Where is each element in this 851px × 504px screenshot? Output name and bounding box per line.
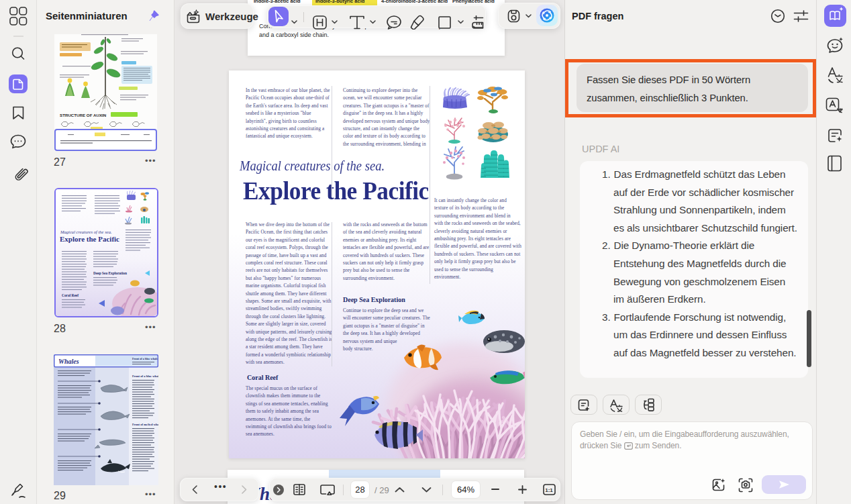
svg-text:Coral Reef: Coral Reef <box>62 293 79 297</box>
svg-text:Front of melted whales: Front of melted whales <box>132 423 158 426</box>
svg-text:Deep Sea Exploration: Deep Sea Exploration <box>93 271 127 275</box>
svg-text:Magical creatures of the sea.: Magical creatures of the sea. <box>60 230 112 234</box>
svg-text:Front of a blue whale: Front of a blue whale <box>132 374 158 378</box>
svg-text:STRUCTURE OF AUXIN: STRUCTURE OF AUXIN <box>60 113 107 117</box>
svg-text:1:1: 1:1 <box>545 487 553 493</box>
svg-text:Explore the Pacific: Explore the Pacific <box>60 235 119 243</box>
svg-text:Whales: Whales <box>58 358 79 365</box>
svg-text:Front of a blue whale: Front of a blue whale <box>132 357 158 360</box>
